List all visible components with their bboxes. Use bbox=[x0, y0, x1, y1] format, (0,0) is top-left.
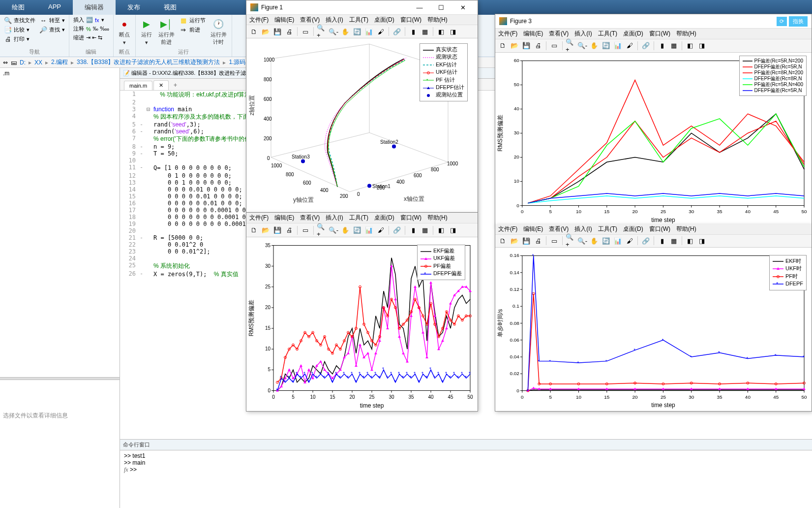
open-icon[interactable]: 📂 bbox=[260, 225, 271, 236]
svg-text:5: 5 bbox=[292, 394, 295, 400]
editor-tab-close[interactable]: ✕ bbox=[153, 80, 169, 90]
svg-text:5: 5 bbox=[549, 209, 552, 215]
svg-text:30: 30 bbox=[265, 263, 271, 269]
svg-marker-95 bbox=[355, 364, 358, 367]
pointer-icon[interactable]: ▭ bbox=[300, 26, 311, 37]
goto-button[interactable]: ↔转至▾ bbox=[38, 16, 66, 25]
editor-add-tab[interactable]: + bbox=[170, 80, 181, 90]
comment-button[interactable]: 注释 % ‰ ‱ bbox=[72, 25, 110, 33]
svg-text:0.14: 0.14 bbox=[510, 270, 519, 275]
print-button[interactable]: 🖨打印▾ bbox=[3, 34, 36, 43]
menu-help[interactable]: 帮助(H) bbox=[427, 16, 448, 24]
zoom-in-icon[interactable]: 🔍+ bbox=[316, 26, 327, 37]
svg-marker-93 bbox=[347, 352, 350, 354]
figure-1-legend[interactable]: 真实状态 观测状态 EKF估计 UKF估计 *PF 估计 DFEPF估计 观测站… bbox=[420, 43, 468, 101]
insert-button[interactable]: 插入 🔤 fx ▾ bbox=[72, 16, 110, 24]
save-icon[interactable]: 💾 bbox=[272, 26, 283, 37]
figure-1-axes[interactable]: Station1 Station2 Station3 1000800600400… bbox=[246, 38, 478, 212]
svg-text:40: 40 bbox=[514, 106, 520, 112]
menu-edit[interactable]: 编辑(E) bbox=[274, 16, 294, 24]
menu-tool[interactable]: 工具(T) bbox=[349, 16, 368, 24]
print-icon[interactable]: 🖨 bbox=[284, 225, 295, 236]
link-icon[interactable]: 🔗 bbox=[391, 26, 402, 37]
run-time-button[interactable]: 🕐运行并 计时 bbox=[209, 16, 229, 48]
svg-text:*: * bbox=[296, 371, 298, 377]
find-files-button[interactable]: 🔍查找文件 bbox=[3, 16, 36, 25]
run-icon: ▶ bbox=[141, 18, 152, 30]
svg-text:单步时间/s: 单步时间/s bbox=[497, 309, 504, 337]
brush-icon[interactable]: 🖌 bbox=[375, 26, 386, 37]
find-button[interactable]: 🔎查找▾ bbox=[38, 25, 66, 34]
figure-3-axes[interactable]: 051015202530354045500102030405060time st… bbox=[495, 53, 812, 226]
print-icon[interactable]: 🖨 bbox=[284, 26, 295, 37]
figure-2-legend[interactable]: EKF偏差 UKF偏差 PF偏差 *DFEPF偏差 bbox=[417, 245, 465, 280]
switch-button-label[interactable]: 指换 bbox=[789, 16, 808, 27]
svg-text:60: 60 bbox=[514, 58, 520, 64]
tab-plot[interactable]: 绘图 bbox=[0, 0, 36, 15]
compare-button[interactable]: 📑比较▾ bbox=[3, 25, 36, 34]
svg-text:0: 0 bbox=[516, 203, 519, 208]
new-icon[interactable]: 🗋 bbox=[248, 26, 259, 37]
figure-3-legend[interactable]: PF偏差(Rc=5R,N=200 DFEPF偏差(Rc=5R,N PF偏差(Rc… bbox=[739, 56, 807, 96]
switch-button[interactable]: ⟳ bbox=[777, 17, 787, 26]
svg-text:*: * bbox=[366, 371, 368, 377]
new-icon[interactable]: 🗋 bbox=[248, 225, 259, 236]
svg-point-0 bbox=[367, 184, 371, 188]
figure-2-axes[interactable]: 0510152025303540455005101520253035******… bbox=[246, 237, 478, 411]
indent-button[interactable]: 缩进 ⇥ ⇤ ⇆ bbox=[72, 33, 110, 42]
tab-view[interactable]: 视图 bbox=[152, 0, 188, 15]
svg-text:*: * bbox=[437, 371, 439, 377]
tab-app[interactable]: APP bbox=[36, 0, 73, 15]
run-section-button[interactable]: ▦运行节 bbox=[179, 16, 207, 25]
menu-desktop[interactable]: 桌面(D) bbox=[374, 16, 394, 24]
addr-drive[interactable]: D: bbox=[20, 59, 26, 66]
datatip-icon[interactable]: 📊 bbox=[363, 26, 374, 37]
menu-file[interactable]: 文件(F) bbox=[249, 16, 269, 24]
addr-nav-icon[interactable]: ⇔ bbox=[3, 59, 8, 66]
tab-editor[interactable]: 编辑器 bbox=[73, 0, 116, 15]
svg-text:50: 50 bbox=[467, 394, 473, 400]
figure-4-axes[interactable]: 0510152025303540455000.020.040.060.080.1… bbox=[495, 248, 812, 411]
svg-text:200: 200 bbox=[340, 193, 348, 199]
file-item[interactable]: .m bbox=[3, 70, 117, 77]
svg-text:*: * bbox=[453, 371, 455, 377]
figure-4-legend[interactable]: EKF时 UKF时 PF时 *DFEPF bbox=[769, 255, 807, 290]
maximize-button[interactable]: ☐ bbox=[430, 0, 452, 14]
svg-text:600: 600 bbox=[414, 173, 422, 178]
colorbar-icon[interactable]: ▮ bbox=[408, 26, 419, 37]
minimize-button[interactable]: — bbox=[409, 0, 430, 14]
file-browser[interactable]: .m bbox=[0, 68, 120, 377]
undock-icon[interactable]: ◨ bbox=[448, 26, 458, 37]
svg-text:*: * bbox=[526, 388, 528, 393]
editor-tab-main[interactable]: main.m bbox=[124, 81, 152, 90]
svg-text:*: * bbox=[538, 358, 540, 364]
svg-text:35: 35 bbox=[408, 394, 414, 400]
svg-text:*: * bbox=[803, 354, 805, 359]
close-button[interactable]: ✕ bbox=[452, 0, 474, 14]
pan-icon[interactable]: ✋ bbox=[340, 26, 351, 37]
menu-window[interactable]: 窗口(W) bbox=[400, 16, 421, 24]
command-window[interactable]: >> test1 >> main fx >> bbox=[120, 450, 812, 508]
tab-publish[interactable]: 发布 bbox=[116, 0, 152, 15]
advance-button[interactable]: ⇒前进 bbox=[179, 25, 207, 34]
svg-text:800: 800 bbox=[431, 167, 439, 172]
breakpoints-button[interactable]: ●断点▾ bbox=[117, 16, 132, 48]
open-icon[interactable]: 📂 bbox=[260, 26, 271, 37]
rotate-icon[interactable]: 🔄 bbox=[352, 26, 362, 37]
save-icon[interactable]: 💾 bbox=[272, 225, 283, 236]
svg-rect-279 bbox=[522, 255, 804, 390]
menu-view[interactable]: 查看(V) bbox=[300, 16, 320, 24]
addr-seg4[interactable]: 1.源码 bbox=[229, 58, 245, 66]
dock-icon[interactable]: ◧ bbox=[436, 26, 447, 37]
legend-icon[interactable]: ▦ bbox=[420, 26, 430, 37]
svg-text:0: 0 bbox=[357, 191, 360, 197]
run-advance-button[interactable]: ▶│运行并 前进 bbox=[156, 16, 177, 48]
addr-seg3[interactable]: 338.【B338】改进粒子滤波的无人机三维航迹预测方法 bbox=[77, 58, 220, 66]
svg-text:*: * bbox=[532, 253, 534, 258]
zoom-out-icon[interactable]: 🔍- bbox=[328, 26, 339, 37]
run-button[interactable]: ▶运行▾ bbox=[139, 16, 154, 48]
svg-text:*: * bbox=[775, 352, 777, 358]
addr-seg2[interactable]: 2.编程 bbox=[51, 58, 68, 66]
addr-seg1[interactable]: XX bbox=[34, 59, 42, 66]
menu-insert[interactable]: 插入(I) bbox=[326, 16, 343, 24]
